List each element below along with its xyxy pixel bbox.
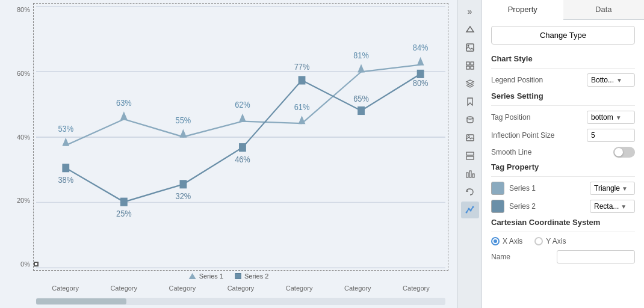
- x-axis-label: X Axis: [503, 237, 522, 245]
- layers-icon: [465, 79, 475, 88]
- x-label-2: Category: [94, 285, 153, 292]
- grid-btn[interactable]: [461, 57, 479, 74]
- series1-color-box[interactable]: [491, 182, 504, 195]
- legend-series1: Series 1: [189, 273, 223, 280]
- tag-position-select[interactable]: bottom ▼: [587, 111, 635, 124]
- svg-point-34: [467, 45, 469, 47]
- svg-point-48: [468, 208, 469, 210]
- panel-body: Change Type Chart Style Legend Position …: [482, 20, 644, 308]
- y-axis-radio[interactable]: Y Axis: [534, 237, 566, 245]
- tag-series2-row: Series 2 Recta... ▼: [491, 200, 635, 213]
- split-btn[interactable]: [461, 147, 479, 164]
- chevron-down-icon-3: ▼: [622, 185, 628, 192]
- svg-rect-42: [466, 152, 474, 155]
- grid-icon: [465, 61, 475, 70]
- x-axis-radio[interactable]: X Axis: [491, 237, 522, 245]
- svg-rect-19: [62, 164, 69, 172]
- tag-property-title: Tag Property: [491, 162, 635, 171]
- tag-position-row: Tag Position bottom ▼: [491, 111, 635, 124]
- legend-position-row: Legend Position Botto... ▼: [491, 73, 635, 87]
- horizontal-scrollbar[interactable]: [36, 298, 445, 305]
- tag-series1-row: Series 1 Triangle ▼: [491, 182, 635, 195]
- svg-rect-21: [179, 180, 187, 188]
- inflection-point-label: Inflection Point Size: [491, 131, 554, 140]
- series1-tag-label: Series 1: [509, 184, 585, 192]
- legend-square-icon: [235, 273, 241, 279]
- linechart-icon: [465, 205, 475, 215]
- svg-rect-35: [466, 62, 469, 65]
- chart-legend: Series 1 Series 2: [189, 273, 269, 280]
- svg-rect-36: [471, 62, 474, 65]
- db-btn[interactable]: [461, 111, 479, 128]
- divider-1: [491, 68, 635, 69]
- svg-marker-9: [299, 116, 306, 124]
- x-label-6: Category: [329, 285, 387, 292]
- series2-type-select[interactable]: Recta... ▼: [590, 200, 635, 213]
- chart-type-btn[interactable]: [461, 165, 479, 182]
- collapse-btn[interactable]: »: [461, 3, 479, 20]
- svg-marker-10: [358, 64, 365, 72]
- chart-container: 80% 60% 40% 20% 0%: [0, 0, 457, 308]
- svg-rect-38: [471, 66, 474, 69]
- chart-svg: 53% 63% 55% 62% 61% 81% 84% 38%: [36, 6, 445, 268]
- series2-type-value: Recta...: [594, 202, 619, 211]
- series1-type-value: Triangle: [594, 184, 620, 192]
- layers-btn[interactable]: [461, 75, 479, 92]
- svg-text:81%: 81%: [353, 50, 369, 60]
- y-axis-radio-circle: [534, 237, 543, 245]
- barchart-icon: [465, 169, 475, 179]
- smooth-line-toggle[interactable]: [613, 147, 635, 158]
- toolbar: »: [457, 0, 481, 308]
- change-type-button[interactable]: Change Type: [491, 26, 635, 45]
- y-axis-labels: 80% 60% 40% 20% 0%: [0, 6, 33, 268]
- chart-style-title: Chart Style: [491, 54, 635, 63]
- svg-rect-24: [358, 106, 365, 115]
- svg-marker-8: [239, 114, 246, 122]
- svg-marker-5: [62, 138, 69, 146]
- cartesian-title: Cartesian Coordinate System: [491, 218, 635, 227]
- x-axis-labels: Category Category Category Category Cate…: [36, 285, 445, 292]
- x-label-3: Category: [153, 285, 211, 292]
- tab-data[interactable]: Data: [563, 0, 645, 19]
- divider-4: [491, 232, 635, 232]
- svg-point-47: [465, 212, 467, 214]
- picture-btn[interactable]: [461, 129, 479, 146]
- svg-rect-46: [472, 174, 474, 177]
- linechart-btn[interactable]: [461, 202, 479, 218]
- series1-type-select[interactable]: Triangle ▼: [590, 182, 635, 195]
- series2-tag-label: Series 2: [509, 202, 585, 211]
- svg-rect-45: [469, 171, 471, 177]
- svg-point-50: [472, 206, 474, 208]
- database-icon: [465, 115, 475, 125]
- series2-color-box[interactable]: [491, 200, 504, 213]
- y-label-20: 20%: [17, 197, 30, 204]
- tag-position-label: Tag Position: [491, 113, 530, 122]
- chevron-down-icon: ▼: [616, 77, 622, 84]
- inflection-point-input[interactable]: [587, 129, 635, 142]
- smooth-line-label: Smooth Line: [491, 148, 531, 156]
- svg-rect-43: [466, 156, 474, 159]
- undo-btn[interactable]: [461, 183, 479, 200]
- image-icon: [465, 43, 475, 52]
- svg-rect-23: [299, 76, 306, 84]
- svg-point-49: [469, 210, 471, 212]
- inflection-point-row: Inflection Point Size: [491, 129, 635, 142]
- name-input[interactable]: [557, 250, 635, 263]
- svg-text:62%: 62%: [235, 99, 250, 109]
- panel-tabs: Property Data: [482, 0, 644, 20]
- image-btn[interactable]: [461, 39, 479, 56]
- right-panel: Property Data Change Type Chart Style Le…: [481, 0, 644, 308]
- svg-text:53%: 53%: [58, 123, 73, 134]
- tab-property[interactable]: Property: [482, 0, 563, 20]
- toggle-knob: [615, 148, 623, 156]
- selection-handle-bl[interactable]: [34, 262, 39, 266]
- bookmark-btn[interactable]: [461, 93, 479, 110]
- chevron-down-icon-4: ▼: [621, 203, 627, 210]
- legend-position-select[interactable]: Botto... ▼: [587, 73, 635, 87]
- smooth-line-row: Smooth Line: [491, 147, 635, 158]
- legend-series2: Series 2: [235, 273, 268, 280]
- paint-btn[interactable]: [461, 21, 479, 38]
- y-label-80: 80%: [17, 6, 30, 13]
- svg-marker-6: [120, 111, 128, 120]
- scrollbar-thumb[interactable]: [36, 298, 126, 304]
